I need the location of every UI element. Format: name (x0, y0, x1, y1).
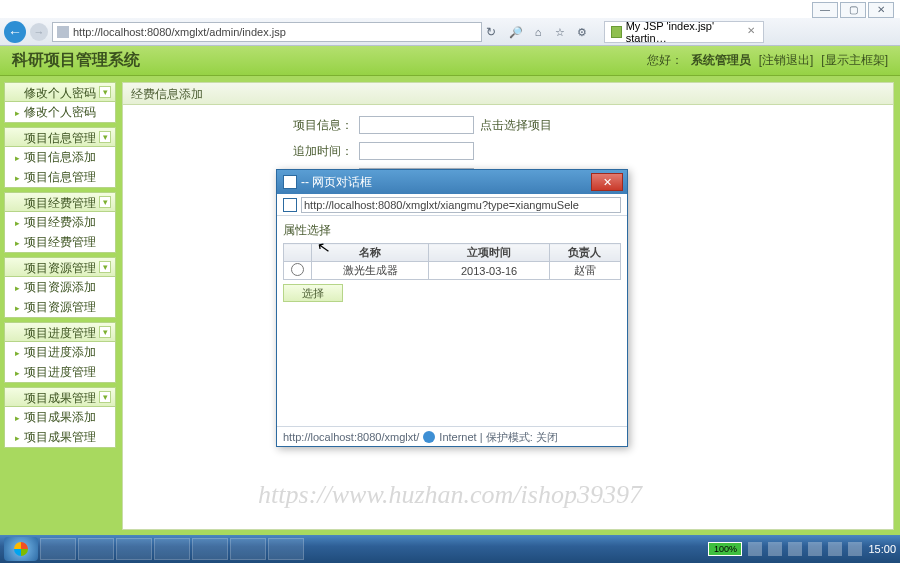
collapse-icon[interactable]: ▾ (99, 131, 111, 143)
logout-link[interactable]: [注销退出] (759, 52, 814, 69)
project-label: 项目信息： (139, 117, 359, 134)
dialog-subtitle: 属性选择 (283, 222, 621, 239)
greeting-label: 您好： (647, 52, 683, 69)
project-input[interactable] (359, 116, 474, 134)
home-button[interactable]: ⌂ (528, 23, 548, 41)
dialog-title: -- 网页对话框 (301, 170, 372, 194)
col-radio (284, 244, 312, 262)
menu-header[interactable]: 修改个人密码▾ (4, 82, 116, 102)
menu-header[interactable]: 项目信息管理▾ (4, 127, 116, 147)
sidebar-item[interactable]: 项目进度管理 (5, 362, 115, 382)
menu-header[interactable]: 项目经费管理▾ (4, 192, 116, 212)
table-row[interactable]: 激光生成器 2013-03-16 赵雷 (284, 262, 621, 280)
sidebar-item[interactable]: 项目经费管理 (5, 232, 115, 252)
window-max-button[interactable]: ▢ (840, 2, 866, 18)
menu-header[interactable]: 项目资源管理▾ (4, 257, 116, 277)
dialog-statusbar: http://localhost:8080/xmglxt/ Internet |… (277, 426, 627, 446)
window-min-button[interactable]: — (812, 2, 838, 18)
tray-icon[interactable] (748, 542, 762, 556)
back-button[interactable]: ← (4, 21, 26, 43)
taskbar: 100% 15:00 (0, 535, 900, 563)
username: 系统管理员 (691, 52, 751, 69)
sidebar-item[interactable]: 项目经费添加 (5, 212, 115, 232)
dialog-close-button[interactable]: ✕ (591, 173, 623, 191)
tray-icon[interactable] (788, 542, 802, 556)
page-header: 科研项目管理系统 您好： 系统管理员 [注销退出] [显示主框架] (0, 46, 900, 76)
collapse-icon[interactable]: ▾ (99, 196, 111, 208)
browser-tab[interactable]: My JSP 'index.jsp' startin… ✕ (604, 21, 764, 43)
sidebar-item[interactable]: 项目信息添加 (5, 147, 115, 167)
cell-name: 激光生成器 (312, 262, 429, 280)
tray-icon[interactable] (828, 542, 842, 556)
row-radio[interactable] (291, 263, 304, 276)
sidebar-item[interactable]: 修改个人密码 (5, 102, 115, 122)
favorites-button[interactable]: ☆ (550, 23, 570, 41)
select-button[interactable]: 选择 (283, 284, 343, 302)
taskbar-ie-icon[interactable] (40, 538, 76, 560)
cell-owner: 赵雷 (549, 262, 620, 280)
globe-icon (423, 431, 435, 443)
col-owner: 负责人 (549, 244, 620, 262)
window-close-button[interactable]: ✕ (868, 2, 894, 18)
taskbar-app-icon[interactable] (154, 538, 190, 560)
sidebar-item[interactable]: 项目进度添加 (5, 342, 115, 362)
panel-title: 经费信息添加 (123, 83, 893, 105)
status-mode: Internet | 保护模式: 关闭 (439, 427, 557, 447)
date-input[interactable] (359, 142, 474, 160)
taskbar-firefox-icon[interactable] (116, 538, 152, 560)
tray-icon[interactable] (808, 542, 822, 556)
table-header-row: 名称 立项时间 负责人 (284, 244, 621, 262)
sidebar-item[interactable]: 项目信息管理 (5, 167, 115, 187)
selection-table: 名称 立项时间 负责人 激光生成器 2013-03-16 赵雷 (283, 243, 621, 280)
dialog-icon (283, 175, 297, 189)
dialog-url[interactable]: http://localhost:8080/xmglxt/xiangmu?typ… (301, 197, 621, 213)
tab-label: My JSP 'index.jsp' startin… (626, 20, 741, 44)
page-icon (57, 26, 69, 38)
address-bar[interactable]: http://localhost:8080/xmglxt/admin/index… (52, 22, 482, 42)
jsp-icon (611, 26, 622, 38)
watermark: https://www.huzhan.com/ishop39397 (0, 480, 900, 510)
tray-icon[interactable] (768, 542, 782, 556)
sidebar-item[interactable]: 项目成果添加 (5, 407, 115, 427)
taskbar-explorer-icon[interactable] (78, 538, 114, 560)
menu-header[interactable]: 项目进度管理▾ (4, 322, 116, 342)
taskbar-notepad-icon[interactable] (268, 538, 304, 560)
collapse-icon[interactable]: ▾ (99, 261, 111, 273)
search-dropdown[interactable]: 🔎 (506, 23, 526, 41)
dialog-titlebar[interactable]: -- 网页对话框 ✕ (277, 170, 627, 194)
sidebar: 修改个人密码▾修改个人密码项目信息管理▾项目信息添加项目信息管理项目经费管理▾项… (0, 76, 120, 536)
refresh-button[interactable]: ↻ (486, 25, 496, 39)
clock[interactable]: 15:00 (868, 543, 896, 555)
browser-nav-bar: ← → http://localhost:8080/xmglxt/admin/i… (0, 18, 900, 46)
collapse-icon[interactable]: ▾ (99, 326, 111, 338)
url-text: http://localhost:8080/xmglxt/admin/index… (73, 26, 286, 38)
col-date: 立项时间 (429, 244, 549, 262)
dialog-url-icon (283, 198, 297, 212)
taskbar-excel-icon[interactable] (230, 538, 266, 560)
project-hint[interactable]: 点击选择项目 (480, 117, 552, 134)
forward-button[interactable]: → (30, 23, 48, 41)
sidebar-item[interactable]: 项目资源添加 (5, 277, 115, 297)
taskbar-word-icon[interactable] (192, 538, 228, 560)
volume-icon[interactable] (848, 542, 862, 556)
tools-button[interactable]: ⚙ (572, 23, 592, 41)
start-button[interactable] (4, 537, 38, 561)
tab-close-button[interactable]: ✕ (745, 25, 757, 39)
system-title: 科研项目管理系统 (12, 50, 140, 71)
col-name: 名称 (312, 244, 429, 262)
menu-header[interactable]: 项目成果管理▾ (4, 387, 116, 407)
date-label: 追加时间： (139, 143, 359, 160)
sidebar-item[interactable]: 项目资源管理 (5, 297, 115, 317)
sidebar-item[interactable]: 项目成果管理 (5, 427, 115, 447)
status-url: http://localhost:8080/xmglxt/ (283, 427, 419, 447)
battery-indicator[interactable]: 100% (708, 542, 742, 556)
collapse-icon[interactable]: ▾ (99, 86, 111, 98)
show-frame-link[interactable]: [显示主框架] (821, 52, 888, 69)
collapse-icon[interactable]: ▾ (99, 391, 111, 403)
cell-date: 2013-03-16 (429, 262, 549, 280)
select-dialog: -- 网页对话框 ✕ http://localhost:8080/xmglxt/… (276, 169, 628, 447)
